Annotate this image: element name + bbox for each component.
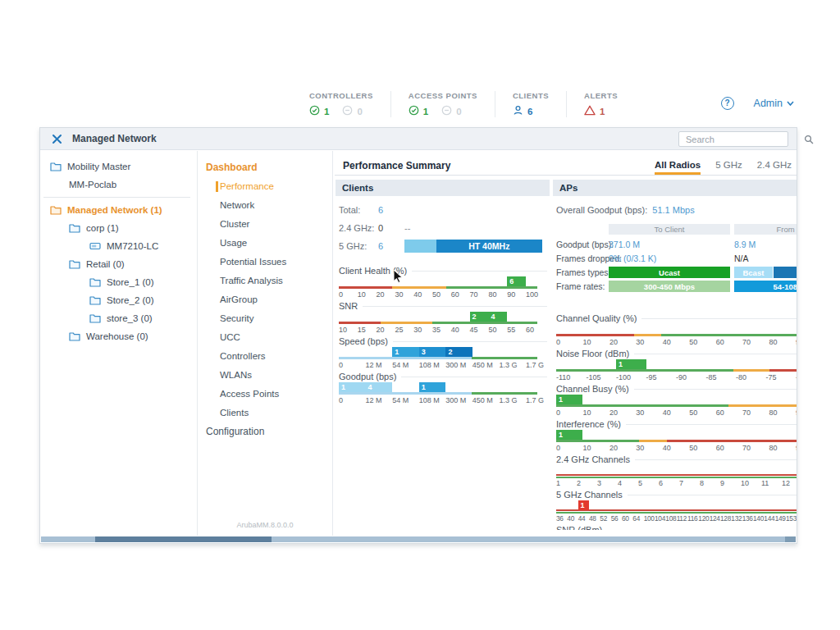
tree-item-label: MM-Poclab	[69, 180, 116, 189]
tab-all-radios[interactable]: All Radios	[655, 157, 701, 175]
tree-item-retail-0[interactable]: Retail (0)	[40, 255, 197, 273]
search-icon[interactable]	[804, 135, 814, 144]
nav-item-potential-issues[interactable]: Potential Issues	[198, 253, 332, 272]
folder-orange-icon	[50, 205, 62, 215]
row-label: Goodput (bps):	[556, 240, 609, 249]
tree-item-corp-1[interactable]: corp (1)	[40, 219, 197, 237]
folder-icon	[89, 295, 101, 305]
tree-item-store-1-0[interactable]: Store_1 (0)	[40, 273, 197, 291]
axis-tick: 7	[679, 479, 683, 487]
search-input[interactable]	[679, 133, 804, 145]
counter-alerts[interactable]: ALERTS1	[566, 91, 635, 117]
counter-controllers[interactable]: CONTROLLERS10	[292, 91, 390, 117]
axis-tick: 70	[470, 290, 478, 299]
nav-item-configuration[interactable]: Configuration	[198, 422, 332, 441]
axis-tick: 50	[488, 326, 496, 334]
axis-tick: 40	[663, 409, 671, 417]
axis-tick: 1.3 G	[499, 396, 517, 404]
counter-clients[interactable]: CLIENTS6	[495, 91, 566, 117]
nav-item-performance[interactable]: Performance	[198, 177, 332, 196]
nav-item-traffic-analysis[interactable]: Traffic Analysis	[198, 272, 332, 290]
nav-item-access-points[interactable]: Access Points	[198, 385, 332, 404]
histogram-title: Goodput (bps)	[339, 372, 396, 381]
tab-5ghz[interactable]: 5 GHz	[715, 157, 742, 175]
row-extra: --	[404, 223, 410, 233]
horizontal-scrollbar[interactable]	[41, 536, 796, 542]
histogram-title: 2.4 GHz Channels	[556, 454, 630, 464]
row-label: 2.4 GHz:	[339, 223, 378, 233]
axis-tick: 1.3 G	[499, 361, 517, 369]
stat-bar-54-108-mbps: 54-108 Mbps	[734, 281, 797, 292]
nav-item-network[interactable]: Network	[198, 196, 332, 215]
help-icon[interactable]: ?	[721, 97, 734, 110]
axis-tick: 90	[796, 444, 797, 452]
histogram-bar: 1	[616, 359, 646, 369]
row-value: 0	[378, 223, 404, 233]
nav-item-wlans[interactable]: WLANs	[198, 366, 332, 385]
counter-access-points[interactable]: ACCESS POINTS10	[390, 91, 495, 117]
nav-item-airgroup[interactable]: AirGroup	[198, 290, 332, 309]
nav-item-ucc[interactable]: UCC	[198, 328, 332, 347]
counter-value: 1	[423, 107, 428, 116]
axis-tick: 10	[582, 444, 591, 452]
axis-tick: 450 M	[472, 396, 493, 404]
tree-item-store-2-0[interactable]: Store_2 (0)	[40, 291, 197, 309]
histogram-bar: 1	[419, 382, 446, 392]
header-counters: CONTROLLERS10ACCESS POINTS10CLIENTS6ALER…	[292, 91, 635, 117]
tree-item-warehouse-0[interactable]: Warehouse (0)	[40, 327, 197, 345]
tree-item-mm7210-lc[interactable]: MM7210-LC	[40, 237, 197, 255]
tree-item-store-3-0[interactable]: store_3 (0)	[40, 309, 197, 327]
axis-tick: 20	[377, 326, 385, 334]
hierarchy-tree: Mobility MasterMM-PoclabManaged Network …	[40, 151, 198, 536]
context-toolbar: Managed Network	[40, 128, 797, 150]
tree-item-label: MM7210-LC	[107, 241, 158, 251]
axis-tick: -90	[676, 373, 687, 381]
overall-goodput: Overall Goodput (bps):51.1 Mbps	[556, 203, 797, 217]
axis-tick: 30	[636, 338, 644, 346]
tree-item-label: Mobility Master	[67, 162, 130, 171]
axis-line	[556, 404, 797, 407]
nav-item-clients[interactable]: Clients	[198, 404, 332, 422]
from-client-value: 8.9 M	[734, 240, 756, 249]
stat-bar-bcast: Bcast	[734, 267, 773, 278]
axis-tick: 1.7 G	[526, 361, 544, 369]
histogram-bar: 1	[339, 382, 366, 392]
nav-item-cluster[interactable]: Cluster	[198, 215, 332, 234]
axis-tick: 40	[663, 444, 671, 452]
tree-item-managed-network-1[interactable]: Managed Network (1)	[40, 201, 197, 219]
axis-line	[339, 286, 537, 289]
folder-icon	[89, 313, 101, 323]
histogram-speed-bps: Speed (bps)132012 M54 M108 M300 M450 M1.…	[339, 336, 550, 370]
axis-tick: 153	[786, 514, 797, 523]
nav-item-usage[interactable]: Usage	[198, 234, 332, 253]
check-circle-icon	[309, 105, 320, 117]
axis-line	[556, 334, 797, 336]
counter-label: CLIENTS	[513, 91, 549, 100]
histogram-bar: 2	[470, 312, 489, 322]
axis-tick: 54 M	[392, 361, 409, 369]
counter-value: 1	[600, 107, 605, 116]
admin-menu[interactable]: Admin	[754, 98, 794, 109]
axis-tick: 25	[395, 326, 403, 334]
histogram-bar: 1	[556, 395, 582, 404]
axis-tick: 0	[556, 338, 560, 346]
nav-item-controllers[interactable]: Controllers	[198, 347, 332, 366]
axis-line	[556, 474, 797, 478]
band-usage-bar: HT 40MHz	[404, 240, 542, 253]
axis-tick: 44	[578, 514, 586, 523]
overall-goodput-value[interactable]: 51.1 Mbps	[652, 205, 694, 215]
nav-item-security[interactable]: Security	[198, 309, 332, 328]
col-header-to-client: To Client	[609, 224, 730, 235]
axis-tick: 20	[609, 338, 618, 346]
histogram-interference: Interference (%)10102030405060708090	[556, 418, 797, 453]
counter-label: CONTROLLERS	[309, 91, 373, 100]
table-row-frames-dropped: Frames dropped:0% (0/3.1 K)N/A	[556, 253, 797, 264]
tree-item-mm-poclab[interactable]: MM-Poclab	[40, 176, 197, 194]
tree-item-mobility-master[interactable]: Mobility Master	[40, 158, 197, 176]
axis-tick: 70	[742, 338, 751, 346]
scrollbar-thumb[interactable]	[95, 536, 272, 542]
device-icon	[89, 242, 101, 250]
close-icon[interactable]	[52, 134, 62, 144]
tab-24ghz[interactable]: 2.4 GHz	[757, 157, 792, 175]
nav-item-dashboard[interactable]: Dashboard	[198, 158, 332, 177]
